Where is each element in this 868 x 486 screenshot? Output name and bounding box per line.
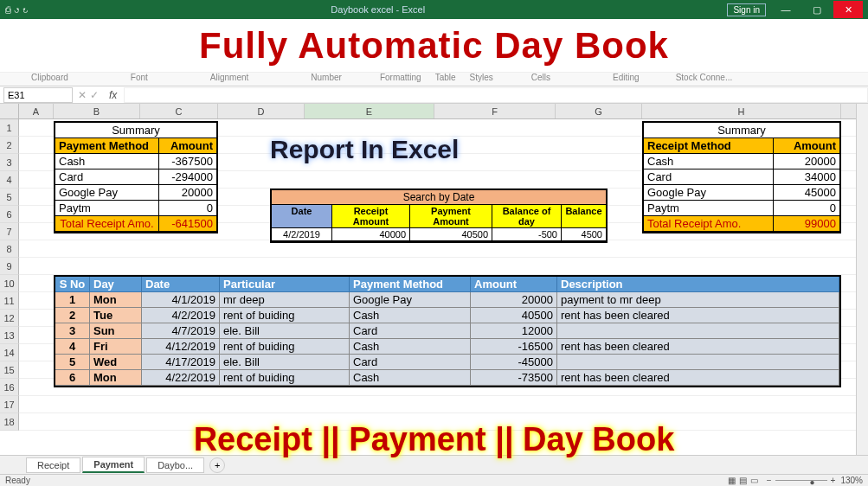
row-header[interactable]: 7 [0,223,19,240]
summary-hdr: Amount [774,138,839,154]
search-hdr: Receipt Amount [332,205,410,228]
col-header[interactable]: H [642,104,841,118]
ribbon-group: Number [280,73,373,86]
search-hdr: Balance of day [492,205,562,228]
fx-icon[interactable]: fx [109,89,117,101]
row-header[interactable]: 8 [0,240,19,258]
search-val: 40500 [410,228,492,241]
ribbon-group: Stock Conne... [671,73,738,86]
ribbon-group: Clipboard [0,73,100,86]
search-val: -500 [492,228,562,241]
ribbon-group: Formatting [373,73,428,86]
row-header[interactable]: 17 [0,396,19,413]
row-header[interactable]: 4 [0,171,19,189]
vertical-scrollbar[interactable] [856,104,868,455]
formula-bar-row: ✕ ✓ fx [0,86,868,104]
spreadsheet-grid[interactable]: A B C D E F G H 123456789101112131415161… [0,104,856,451]
view-normal-icon[interactable]: ▦ [728,476,736,485]
row-header[interactable]: 3 [0,154,19,171]
summary-cell: Google Pay [644,185,774,201]
search-hdr: Date [272,205,332,228]
col-header[interactable]: C [140,104,218,118]
summary-cell: Cash [644,154,774,169]
close-button[interactable]: ✕ [833,1,863,18]
row-header[interactable]: 14 [0,344,19,361]
search-title: Search by Date [272,190,606,205]
summary-cell: 0 [159,201,216,216]
table-row[interactable]: 5Wed4/17/2019ele. BillCard-45000 [55,355,839,370]
sheet-tab-receipt[interactable]: Receipt [26,457,80,473]
ribbon-group: Styles [463,73,500,86]
document-title: Daybook excel - Excel [29,4,727,15]
row-header[interactable]: 18 [0,413,19,431]
summary-cell: Paytm [55,201,159,216]
search-val[interactable]: 4/2/2019 [272,228,332,241]
col-header[interactable]: F [434,104,556,118]
summary-cell: 34000 [774,169,839,185]
sheet-tab-daybook[interactable]: Daybo... [146,457,204,473]
fx-cancel-icon[interactable]: ✕ [78,89,87,101]
search-val: 40000 [332,228,410,241]
row-header[interactable]: 16 [0,379,19,396]
row-header[interactable]: 13 [0,327,19,344]
summary-hdr: Payment Method [55,138,159,154]
summary-cell: Cash [55,154,159,169]
name-box[interactable] [3,87,73,103]
row-header[interactable]: 15 [0,361,19,379]
row-header[interactable]: 2 [0,137,19,154]
row-header[interactable]: 1 [0,119,19,137]
ribbon-group: Table [428,73,463,86]
summary-cell: Card [644,169,774,185]
row-header[interactable]: 9 [0,258,19,275]
overlay-title-text: Fully Automatic Day Book [199,25,669,67]
main-hdr: Description [557,277,839,292]
table-row[interactable]: 3Sun4/7/2019ele. BillCard12000 [55,323,839,339]
summary-cell: -367500 [159,154,216,169]
formula-bar[interactable] [124,87,868,103]
summary-hdr: Receipt Method [644,138,774,154]
zoom-out-button[interactable]: − [767,476,772,485]
quickaccess[interactable]: ⎙ ↺ ↻ [5,4,29,15]
summary-cell: 20000 [774,154,839,169]
col-header[interactable]: E [305,104,434,118]
row-header[interactable]: 11 [0,292,19,310]
col-header[interactable]: D [218,104,305,118]
summary-cell: Card [55,169,159,185]
summary-cell: Paytm [644,201,774,216]
summary-cell: 20000 [159,185,216,201]
sheet-tab-payment[interactable]: Payment [82,457,145,473]
col-header[interactable]: B [54,104,140,118]
maximize-button[interactable]: ▢ [802,1,832,18]
main-hdr: S No [55,277,90,292]
add-sheet-button[interactable]: + [209,457,225,473]
summary-title: Summary [644,123,839,138]
row-header[interactable]: 5 [0,189,19,206]
minimize-button[interactable]: — [771,1,800,18]
row-header[interactable]: 12 [0,310,19,327]
view-pagelayout-icon[interactable]: ▤ [739,476,747,485]
col-header[interactable]: A [19,104,54,118]
ribbon-group: Editing [582,73,671,86]
table-row[interactable]: 4Fri4/12/2019rent of buidingCash-16500re… [55,339,839,355]
table-row[interactable]: 2Tue4/2/2019rent of buidingCash40500rent… [55,308,839,323]
select-all-corner[interactable] [0,104,19,118]
main-hdr: Payment Method [350,277,471,292]
overlay-title-banner: Fully Automatic Day Book [0,19,868,73]
table-row[interactable]: 6Mon4/22/2019rent of buidingCash-73500re… [55,370,839,386]
title-bar: ⎙ ↺ ↻ Daybook excel - Excel Sign in — ▢ … [0,0,868,19]
summary-title: Summary [55,123,216,138]
fx-accept-icon[interactable]: ✓ [90,89,99,101]
main-hdr: Day [90,277,142,292]
zoom-in-button[interactable]: + [831,476,836,485]
ribbon-group: Alignment [179,73,280,86]
row-header[interactable]: 6 [0,206,19,223]
ribbon-groups: Clipboard Font Alignment Number Formatti… [0,73,868,86]
row-header[interactable]: 10 [0,275,19,292]
summary-hdr: Amount [159,138,216,154]
table-row[interactable]: 1Mon4/1/2019mr deepGoogle Pay20000paymen… [55,292,839,308]
col-header[interactable]: G [556,104,642,118]
view-pagebreak-icon[interactable]: ▭ [750,476,758,485]
signin-button[interactable]: Sign in [727,3,766,16]
main-hdr: Date [142,277,220,292]
zoom-level[interactable]: 130% [840,476,863,485]
